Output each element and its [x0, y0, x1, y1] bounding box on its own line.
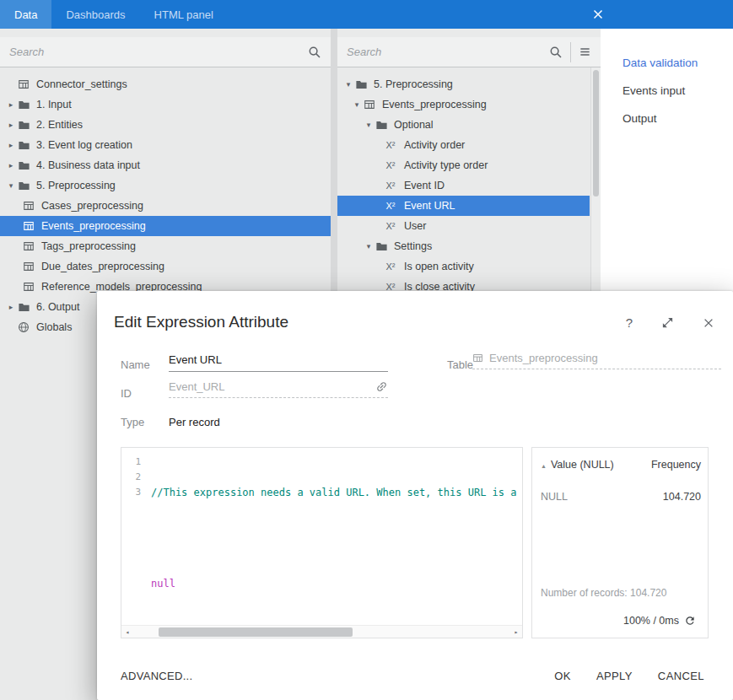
tab-dashboards[interactable]: Dashboards	[51, 0, 139, 29]
tree-item-due-dates-preprocessing[interactable]: Due_dates_preprocessing	[0, 256, 331, 277]
scrollbar-track[interactable]	[133, 626, 510, 638]
top-navigation-bar: Data Dashboards HTML panel	[0, 0, 733, 29]
apply-button[interactable]: APPLY	[596, 670, 633, 682]
table-icon	[17, 78, 30, 91]
chevron-expanded-icon: ▾	[5, 175, 17, 196]
tree-item-activity-type-order[interactable]: X² Activity type order	[337, 155, 590, 175]
mid-search-bar	[337, 37, 601, 67]
tree-item-label: Settings	[393, 240, 432, 252]
cancel-button[interactable]: CANCEL	[658, 670, 704, 682]
tree-item-cases-preprocessing[interactable]: Cases_preprocessing	[0, 196, 331, 216]
tree-item-4-business-data-input[interactable]: ▸ 4. Business data input	[0, 155, 331, 175]
folder-icon	[17, 179, 30, 192]
chevron-collapsed-icon: ▸	[5, 155, 17, 175]
folder-icon	[17, 98, 30, 111]
sort-ascending-triangle-icon: ▲	[541, 463, 547, 469]
line-number: 3	[121, 485, 141, 500]
ok-button[interactable]: OK	[554, 670, 571, 682]
scroll-left-arrow-icon[interactable]: ◂	[121, 626, 133, 638]
chevron-collapsed-icon: ▸	[5, 94, 17, 115]
tree-item-3-event-log-creation[interactable]: ▸ 3. Event log creation	[0, 135, 331, 155]
tree-item-2-entities[interactable]: ▸ 2. Entities	[0, 115, 331, 135]
tree-item-label: Event URL	[403, 200, 455, 212]
table-field-value: Events_preprocessing	[489, 352, 598, 364]
tree-item-tags-preprocessing[interactable]: Tags_preprocessing	[0, 236, 331, 256]
folder-icon	[375, 118, 388, 132]
table-icon	[22, 199, 35, 213]
menu-icon[interactable]	[579, 46, 591, 58]
table-icon	[363, 98, 376, 111]
tree-item-label: 1. Input	[35, 99, 72, 110]
chevron-collapsed-icon: ▸	[5, 135, 17, 155]
code-area[interactable]: //This expression needs a valid URL. Whe…	[151, 455, 520, 624]
value-column-header[interactable]: ▲Value (NULL)	[541, 459, 614, 471]
search-input[interactable]	[347, 46, 549, 58]
tree-item-user[interactable]: X² User	[337, 216, 590, 236]
tree-item-is-open-activity[interactable]: X² Is open activity	[337, 256, 590, 277]
tab-data[interactable]: Data	[0, 0, 51, 29]
tab-html-panel[interactable]: HTML panel	[140, 0, 228, 29]
type-value[interactable]: Per record	[169, 416, 220, 428]
tree-item-label: 5. Preprocessing	[373, 78, 453, 90]
tree-item-activity-order[interactable]: X² Activity order	[337, 135, 590, 155]
scrollbar-thumb[interactable]	[159, 627, 353, 637]
id-label: ID	[121, 387, 132, 400]
chevron-collapsed-icon: ▸	[5, 297, 17, 317]
open-in-full-icon[interactable]	[661, 316, 674, 329]
frequency-column-header[interactable]: Frequency	[651, 459, 701, 471]
globe-icon	[17, 320, 30, 334]
search-input[interactable]	[9, 46, 308, 58]
scrollbar-thumb[interactable]	[593, 70, 599, 197]
tree-item-5-preprocessing[interactable]: ▾ 5. Preprocessing	[337, 74, 590, 94]
horizontal-scrollbar[interactable]: ◂ ▸	[121, 625, 522, 638]
tree-item-events-preprocessing[interactable]: Events_preprocessing	[0, 216, 331, 236]
nav-item-data-validation[interactable]: Data validation	[601, 49, 733, 77]
close-icon[interactable]	[591, 8, 605, 21]
nav-item-output[interactable]: Output	[601, 105, 733, 132]
close-icon[interactable]	[703, 317, 714, 329]
tree-item-settings[interactable]: ▾ Settings	[337, 236, 590, 256]
tree-item-label: Activity order	[403, 139, 465, 151]
scroll-right-arrow-icon[interactable]: ▸	[510, 626, 522, 638]
expression-editor[interactable]: 1 2 3 //This expression needs a valid UR…	[121, 447, 523, 638]
tree-item-label: Activity type order	[403, 159, 488, 171]
nav-item-events-input[interactable]: Events input	[601, 77, 733, 105]
chevron-collapsed-icon: ▸	[5, 115, 17, 135]
name-label: Name	[121, 358, 150, 371]
tree-item-1-input[interactable]: ▸ 1. Input	[0, 94, 331, 115]
tree-item-optional[interactable]: ▾ Optional	[337, 115, 590, 135]
code-line-comment: //This expression needs a valid URL. Whe…	[151, 487, 516, 498]
search-icon	[549, 46, 563, 59]
folder-icon	[17, 300, 30, 314]
tree-item-label: 4. Business data input	[35, 159, 140, 171]
dialog-title: Edit Expression Attribute	[114, 313, 288, 331]
x-squared-icon: X²	[383, 160, 398, 170]
tree-item-5-preprocessing[interactable]: ▾ 5. Preprocessing	[0, 175, 331, 196]
tree-item-label: Optional	[393, 119, 434, 131]
value-statistics-panel: ▲Value (NULL) Frequency NULL 104.720 Num…	[531, 447, 709, 638]
id-field: Event_URL	[169, 380, 388, 398]
help-icon[interactable]: ?	[626, 315, 633, 330]
link-icon[interactable]	[373, 378, 391, 396]
table-field: Events_preprocessing	[472, 352, 721, 369]
tree-item-connector-settings[interactable]: Connector_settings	[0, 74, 331, 94]
folder-icon	[17, 138, 30, 152]
tree-item-event-id[interactable]: X² Event ID	[337, 175, 590, 196]
name-field[interactable]	[169, 353, 388, 372]
stats-row[interactable]: NULL 104.720	[532, 491, 708, 503]
edit-expression-attribute-dialog: Edit Expression Attribute ? Name Table E…	[97, 291, 733, 700]
line-number-gutter: 1 2 3	[121, 448, 147, 625]
stats-frequency: 104.720	[663, 491, 701, 503]
search-icon	[308, 46, 321, 59]
line-number: 2	[121, 470, 141, 485]
tree-item-event-url[interactable]: X² Event URL	[337, 196, 590, 216]
tree-item-label: Cases_preprocessing	[40, 200, 143, 212]
refresh-icon[interactable]	[684, 615, 696, 627]
folder-icon	[17, 118, 30, 132]
stats-value: NULL	[541, 491, 568, 503]
chevron-expanded-icon: ▾	[351, 94, 363, 115]
advanced-button[interactable]: ADVANCED...	[121, 670, 192, 682]
tree-item-events-preprocessing[interactable]: ▾ Events_preprocessing	[337, 94, 590, 115]
folder-icon	[17, 159, 30, 172]
tree-item-label: Event ID	[403, 180, 445, 191]
